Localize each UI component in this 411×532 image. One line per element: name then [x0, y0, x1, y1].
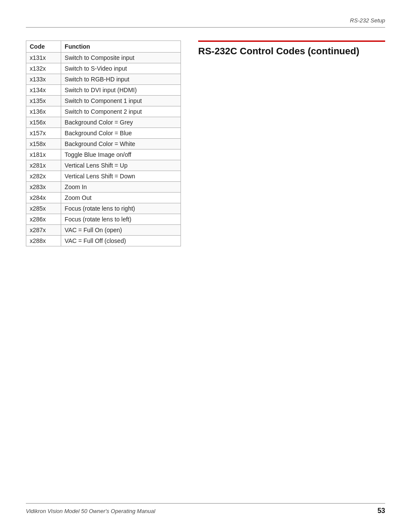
table-row: x288xVAC = Full Off (closed) — [26, 236, 181, 246]
cell-code: x181x — [26, 149, 61, 160]
footer-left-text: Vidikron Vision Model 50 Owner's Operati… — [26, 508, 155, 514]
sidebar-section: RS-232C Control Codes (continued) — [198, 40, 385, 246]
cell-code: x287x — [26, 225, 61, 236]
cell-function: Switch to Composite input — [61, 53, 181, 63]
cell-code: x135x — [26, 96, 61, 106]
table-row: x158xBackground Color = White — [26, 139, 181, 149]
top-rule — [26, 27, 385, 28]
cell-code: x136x — [26, 106, 61, 117]
table-row: x134xSwitch to DVI input (HDMI) — [26, 85, 181, 96]
table-row: x285xFocus (rotate lens to right) — [26, 203, 181, 214]
footer-area: Vidikron Vision Model 50 Owner's Operati… — [26, 503, 385, 515]
cell-code: x288x — [26, 236, 61, 246]
cell-function: VAC = Full On (open) — [61, 225, 181, 236]
cell-code: x282x — [26, 171, 61, 182]
table-section: Code Function x131xSwitch to Composite i… — [26, 40, 181, 246]
cell-function: Zoom In — [61, 182, 181, 193]
cell-function: Toggle Blue Image on/off — [61, 149, 181, 160]
cell-function: VAC = Full Off (closed) — [61, 236, 181, 246]
table-row: x157xBackground Color = Blue — [26, 128, 181, 139]
table-row: x281xVertical Lens Shift = Up — [26, 160, 181, 171]
table-header-row: Code Function — [26, 41, 181, 53]
cell-function: Background Color = Blue — [61, 128, 181, 139]
cell-code: x285x — [26, 203, 61, 214]
cell-code: x284x — [26, 193, 61, 203]
table-row: x132xSwitch to S-Video input — [26, 63, 181, 74]
table-row: x284xZoom Out — [26, 193, 181, 203]
table-row: x135xSwitch to Component 1 input — [26, 96, 181, 106]
codes-table: Code Function x131xSwitch to Composite i… — [26, 40, 181, 246]
table-row: x287xVAC = Full On (open) — [26, 225, 181, 236]
cell-function: Focus (rotate lens to right) — [61, 203, 181, 214]
cell-code: x132x — [26, 63, 61, 74]
cell-code: x156x — [26, 117, 61, 128]
cell-function: Focus (rotate lens to left) — [61, 214, 181, 225]
cell-code: x158x — [26, 139, 61, 149]
col-function: Function — [61, 41, 181, 53]
table-row: x286xFocus (rotate lens to left) — [26, 214, 181, 225]
cell-function: Zoom Out — [61, 193, 181, 203]
cell-function: Vertical Lens Shift = Down — [61, 171, 181, 182]
cell-function: Switch to Component 1 input — [61, 96, 181, 106]
cell-code: x134x — [26, 85, 61, 96]
sidebar-title: RS-232C Control Codes (continued) — [198, 40, 385, 58]
table-row: x131xSwitch to Composite input — [26, 53, 181, 63]
cell-function: Switch to Component 2 input — [61, 106, 181, 117]
table-row: x181xToggle Blue Image on/off — [26, 149, 181, 160]
table-row: x136xSwitch to Component 2 input — [26, 106, 181, 117]
content-area: Code Function x131xSwitch to Composite i… — [26, 40, 385, 246]
cell-function: Switch to S-Video input — [61, 63, 181, 74]
cell-function: Background Color = Grey — [61, 117, 181, 128]
table-row: x133xSwitch to RGB-HD input — [26, 74, 181, 85]
cell-function: Background Color = White — [61, 139, 181, 149]
header-area: RS-232 Setup — [26, 17, 385, 24]
cell-code: x283x — [26, 182, 61, 193]
page-container: RS-232 Setup Code Function x131xSwitch t… — [0, 0, 411, 532]
cell-code: x157x — [26, 128, 61, 139]
cell-function: Switch to DVI input (HDMI) — [61, 85, 181, 96]
cell-code: x133x — [26, 74, 61, 85]
header-title: RS-232 Setup — [350, 17, 385, 24]
cell-code: x131x — [26, 53, 61, 63]
footer-page-number: 53 — [377, 507, 385, 515]
table-row: x156xBackground Color = Grey — [26, 117, 181, 128]
cell-code: x281x — [26, 160, 61, 171]
table-row: x283xZoom In — [26, 182, 181, 193]
table-row: x282xVertical Lens Shift = Down — [26, 171, 181, 182]
cell-function: Switch to RGB-HD input — [61, 74, 181, 85]
col-code: Code — [26, 41, 61, 53]
cell-function: Vertical Lens Shift = Up — [61, 160, 181, 171]
cell-code: x286x — [26, 214, 61, 225]
